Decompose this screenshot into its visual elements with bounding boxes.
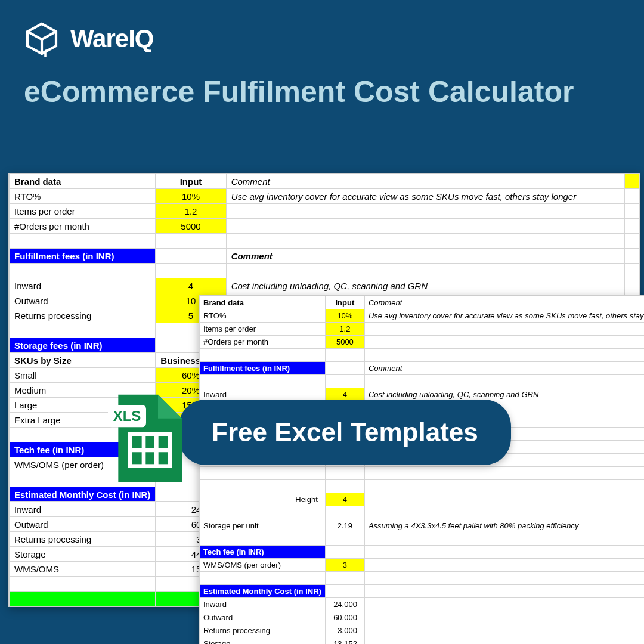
cell: Estimated Monthly Cost (in INR)	[10, 487, 156, 502]
cell: Brand data	[200, 296, 326, 309]
header: WareIQ	[0, 0, 644, 63]
cell: Use avg inventory cover for accurate vie…	[364, 309, 644, 323]
cell: WMS/OMS (per order)	[200, 559, 326, 572]
cell: Brand data	[10, 174, 156, 189]
cell: 60,000	[325, 611, 364, 624]
cell: Comment	[226, 174, 583, 189]
cell: #Orders per month	[200, 336, 326, 349]
cell: Height	[200, 493, 326, 506]
cell: Inward	[200, 598, 326, 611]
cell: Storage fees (in INR)	[10, 338, 156, 353]
cell: 3	[325, 559, 364, 572]
cell: 5000	[325, 336, 364, 349]
spreadsheet-front: Brand dataInputComment RTO%10%Use avg in…	[199, 295, 644, 644]
cell: Returns processing	[10, 532, 156, 547]
cell: Comment	[226, 249, 583, 264]
cell: Assuming a 4X3.3x4.5 feet pallet with 80…	[364, 519, 644, 532]
cell: Tech fee (in INR)	[200, 546, 326, 559]
cell: Cost including unloading, QC, scanning a…	[226, 278, 583, 293]
wareiq-logo-icon	[24, 21, 60, 57]
cell: Estimated Monthly Cost (in INR)	[200, 585, 326, 598]
cell: Inward	[10, 278, 156, 293]
cell: 10%	[325, 309, 364, 323]
cell: Comment	[364, 296, 644, 309]
cell: 1.2	[325, 323, 364, 336]
cell: 4	[156, 278, 226, 293]
cell: 4	[325, 493, 364, 506]
cell: Use avg inventory cover for accurate vie…	[226, 189, 583, 204]
cell: Small	[10, 368, 156, 383]
google-sheets-icon: XLS	[104, 391, 188, 486]
cell: Input	[325, 296, 364, 309]
cell: Outward	[200, 611, 326, 624]
cell: #Orders per month	[10, 219, 156, 234]
cell: RTO%	[10, 189, 156, 204]
cell: Returns processing	[10, 308, 156, 323]
cell: Outward	[10, 293, 156, 308]
cell: Comment	[364, 362, 644, 375]
cell: Storage	[10, 547, 156, 562]
cell: Fulfillment fees (in INR)	[200, 362, 326, 375]
cell: Fulfillment fees (in INR)	[10, 249, 156, 264]
cell: Items per order	[200, 323, 326, 336]
cell: Outward	[10, 517, 156, 532]
cell: Input	[156, 174, 226, 189]
cell: 13,152	[325, 637, 364, 645]
cell: 24,000	[325, 598, 364, 611]
cell: RTO%	[200, 309, 326, 323]
table-front: Brand dataInputComment RTO%10%Use avg in…	[199, 296, 644, 644]
cell: WMS/OMS	[10, 562, 156, 577]
cell: 2.19	[325, 519, 364, 532]
cell: 3,000	[325, 624, 364, 637]
brand-name: WareIQ	[70, 24, 153, 53]
cell: 10%	[156, 189, 226, 204]
cell: 5000	[156, 219, 226, 234]
cell: Storage per unit	[200, 519, 326, 532]
cell: Returns processing	[200, 624, 326, 637]
free-templates-badge[interactable]: Free Excel Templates	[179, 400, 511, 465]
cell: SKUs by Size	[10, 353, 156, 368]
page-title: eCommerce Fulfilment Cost Calculator	[0, 63, 644, 127]
xls-label: XLS	[113, 408, 141, 424]
cell: Storage	[200, 637, 326, 645]
cell: Inward	[10, 502, 156, 517]
cell: Items per order	[10, 204, 156, 219]
cell: 1.2	[156, 204, 226, 219]
